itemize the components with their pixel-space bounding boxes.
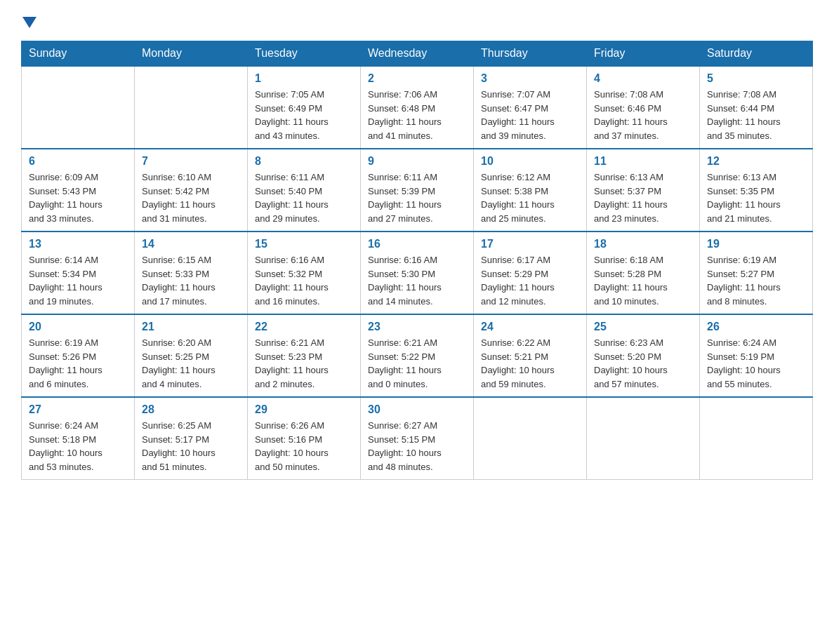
day-number: 26 — [707, 321, 805, 333]
day-number: 20 — [29, 321, 127, 333]
calendar-week-row: 1Sunrise: 7:05 AM Sunset: 6:49 PM Daylig… — [22, 66, 813, 149]
weekday-header-sunday: Sunday — [22, 41, 135, 67]
day-number: 4 — [594, 72, 692, 85]
logo-arrow-icon — [22, 17, 37, 28]
day-info: Sunrise: 6:17 AM Sunset: 5:29 PM Dayligh… — [481, 253, 579, 308]
day-number: 15 — [255, 238, 353, 250]
calendar-cell: 26Sunrise: 6:24 AM Sunset: 5:19 PM Dayli… — [700, 314, 813, 397]
day-number: 18 — [594, 238, 692, 250]
calendar-cell: 7Sunrise: 6:10 AM Sunset: 5:42 PM Daylig… — [135, 149, 248, 232]
day-number: 10 — [481, 155, 579, 168]
day-info: Sunrise: 7:08 AM Sunset: 6:46 PM Dayligh… — [594, 88, 692, 142]
day-info: Sunrise: 6:21 AM Sunset: 5:22 PM Dayligh… — [368, 336, 466, 391]
day-number: 29 — [255, 403, 353, 416]
day-info: Sunrise: 6:27 AM Sunset: 5:15 PM Dayligh… — [368, 419, 466, 474]
calendar-cell: 20Sunrise: 6:19 AM Sunset: 5:26 PM Dayli… — [22, 314, 135, 397]
calendar-table: SundayMondayTuesdayWednesdayThursdayFrid… — [21, 41, 813, 480]
day-info: Sunrise: 6:11 AM Sunset: 5:39 PM Dayligh… — [368, 170, 466, 225]
calendar-cell: 12Sunrise: 6:13 AM Sunset: 5:35 PM Dayli… — [700, 149, 813, 232]
calendar-cell — [700, 397, 813, 480]
calendar-cell: 11Sunrise: 6:13 AM Sunset: 5:37 PM Dayli… — [587, 149, 700, 232]
day-number: 14 — [142, 238, 240, 250]
calendar-header-row: SundayMondayTuesdayWednesdayThursdayFrid… — [22, 41, 813, 67]
day-number: 24 — [481, 321, 579, 333]
day-info: Sunrise: 6:15 AM Sunset: 5:33 PM Dayligh… — [142, 253, 240, 308]
calendar-cell: 21Sunrise: 6:20 AM Sunset: 5:25 PM Dayli… — [135, 314, 248, 397]
calendar-cell — [135, 66, 248, 149]
calendar-cell: 3Sunrise: 7:07 AM Sunset: 6:47 PM Daylig… — [474, 66, 587, 149]
calendar-cell: 15Sunrise: 6:16 AM Sunset: 5:32 PM Dayli… — [248, 232, 361, 314]
day-info: Sunrise: 7:08 AM Sunset: 6:44 PM Dayligh… — [707, 88, 805, 142]
day-info: Sunrise: 6:18 AM Sunset: 5:28 PM Dayligh… — [594, 253, 692, 308]
day-number: 7 — [142, 155, 240, 168]
day-number: 23 — [368, 321, 466, 333]
calendar-cell — [587, 397, 700, 480]
calendar-week-row: 27Sunrise: 6:24 AM Sunset: 5:18 PM Dayli… — [22, 397, 813, 480]
weekday-header-friday: Friday — [587, 41, 700, 67]
day-info: Sunrise: 7:05 AM Sunset: 6:49 PM Dayligh… — [255, 88, 353, 142]
weekday-header-thursday: Thursday — [474, 41, 587, 67]
calendar-cell: 18Sunrise: 6:18 AM Sunset: 5:28 PM Dayli… — [587, 232, 700, 314]
calendar-cell: 16Sunrise: 6:16 AM Sunset: 5:30 PM Dayli… — [361, 232, 474, 314]
day-number: 21 — [142, 321, 240, 333]
day-info: Sunrise: 7:07 AM Sunset: 6:47 PM Dayligh… — [481, 88, 579, 142]
day-number: 13 — [29, 238, 127, 250]
header — [21, 14, 813, 28]
day-info: Sunrise: 6:26 AM Sunset: 5:16 PM Dayligh… — [255, 419, 353, 474]
day-info: Sunrise: 6:14 AM Sunset: 5:34 PM Dayligh… — [29, 253, 127, 308]
weekday-header-tuesday: Tuesday — [248, 41, 361, 67]
day-number: 30 — [368, 403, 466, 416]
day-number: 2 — [368, 72, 466, 85]
day-info: Sunrise: 6:19 AM Sunset: 5:27 PM Dayligh… — [707, 253, 805, 308]
calendar-cell: 30Sunrise: 6:27 AM Sunset: 5:15 PM Dayli… — [361, 397, 474, 480]
calendar-cell: 10Sunrise: 6:12 AM Sunset: 5:38 PM Dayli… — [474, 149, 587, 232]
calendar-cell: 25Sunrise: 6:23 AM Sunset: 5:20 PM Dayli… — [587, 314, 700, 397]
calendar-week-row: 13Sunrise: 6:14 AM Sunset: 5:34 PM Dayli… — [22, 232, 813, 314]
day-number: 27 — [29, 403, 127, 416]
day-info: Sunrise: 6:16 AM Sunset: 5:30 PM Dayligh… — [368, 253, 466, 308]
day-info: Sunrise: 6:25 AM Sunset: 5:17 PM Dayligh… — [142, 419, 240, 474]
day-number: 25 — [594, 321, 692, 333]
day-info: Sunrise: 6:24 AM Sunset: 5:19 PM Dayligh… — [707, 336, 805, 391]
calendar-cell: 8Sunrise: 6:11 AM Sunset: 5:40 PM Daylig… — [248, 149, 361, 232]
calendar-week-row: 6Sunrise: 6:09 AM Sunset: 5:43 PM Daylig… — [22, 149, 813, 232]
calendar-cell — [474, 397, 587, 480]
calendar-cell: 9Sunrise: 6:11 AM Sunset: 5:39 PM Daylig… — [361, 149, 474, 232]
day-number: 1 — [255, 72, 353, 85]
day-info: Sunrise: 6:23 AM Sunset: 5:20 PM Dayligh… — [594, 336, 692, 391]
day-number: 22 — [255, 321, 353, 333]
day-info: Sunrise: 6:09 AM Sunset: 5:43 PM Dayligh… — [29, 170, 127, 225]
day-info: Sunrise: 6:22 AM Sunset: 5:21 PM Dayligh… — [481, 336, 579, 391]
calendar-cell: 24Sunrise: 6:22 AM Sunset: 5:21 PM Dayli… — [474, 314, 587, 397]
calendar-cell: 22Sunrise: 6:21 AM Sunset: 5:23 PM Dayli… — [248, 314, 361, 397]
day-info: Sunrise: 7:06 AM Sunset: 6:48 PM Dayligh… — [368, 88, 466, 142]
calendar-cell: 4Sunrise: 7:08 AM Sunset: 6:46 PM Daylig… — [587, 66, 700, 149]
calendar-week-row: 20Sunrise: 6:19 AM Sunset: 5:26 PM Dayli… — [22, 314, 813, 397]
day-number: 6 — [29, 155, 127, 168]
day-info: Sunrise: 6:16 AM Sunset: 5:32 PM Dayligh… — [255, 253, 353, 308]
calendar-cell: 27Sunrise: 6:24 AM Sunset: 5:18 PM Dayli… — [22, 397, 135, 480]
day-number: 28 — [142, 403, 240, 416]
day-number: 16 — [368, 238, 466, 250]
day-number: 17 — [481, 238, 579, 250]
day-info: Sunrise: 6:20 AM Sunset: 5:25 PM Dayligh… — [142, 336, 240, 391]
day-number: 9 — [368, 155, 466, 168]
calendar-cell: 1Sunrise: 7:05 AM Sunset: 6:49 PM Daylig… — [248, 66, 361, 149]
calendar-cell: 19Sunrise: 6:19 AM Sunset: 5:27 PM Dayli… — [700, 232, 813, 314]
calendar-cell: 17Sunrise: 6:17 AM Sunset: 5:29 PM Dayli… — [474, 232, 587, 314]
day-info: Sunrise: 6:10 AM Sunset: 5:42 PM Dayligh… — [142, 170, 240, 225]
calendar-cell: 14Sunrise: 6:15 AM Sunset: 5:33 PM Dayli… — [135, 232, 248, 314]
calendar-cell: 28Sunrise: 6:25 AM Sunset: 5:17 PM Dayli… — [135, 397, 248, 480]
calendar-cell: 13Sunrise: 6:14 AM Sunset: 5:34 PM Dayli… — [22, 232, 135, 314]
day-info: Sunrise: 6:12 AM Sunset: 5:38 PM Dayligh… — [481, 170, 579, 225]
calendar-cell: 6Sunrise: 6:09 AM Sunset: 5:43 PM Daylig… — [22, 149, 135, 232]
day-number: 8 — [255, 155, 353, 168]
weekday-header-wednesday: Wednesday — [361, 41, 474, 67]
day-number: 12 — [707, 155, 805, 168]
day-info: Sunrise: 6:11 AM Sunset: 5:40 PM Dayligh… — [255, 170, 353, 225]
weekday-header-saturday: Saturday — [700, 41, 813, 67]
day-info: Sunrise: 6:19 AM Sunset: 5:26 PM Dayligh… — [29, 336, 127, 391]
calendar-cell — [22, 66, 135, 149]
day-number: 19 — [707, 238, 805, 250]
day-info: Sunrise: 6:24 AM Sunset: 5:18 PM Dayligh… — [29, 419, 127, 474]
